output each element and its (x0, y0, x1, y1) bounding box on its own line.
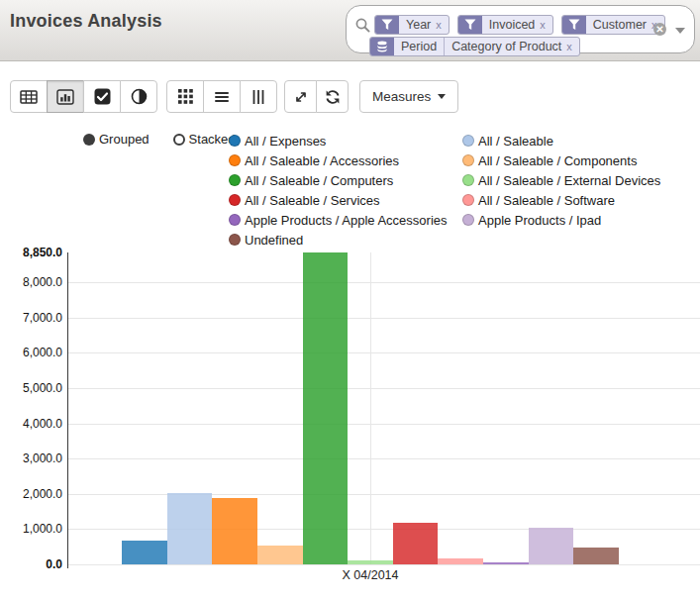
bar[interactable] (257, 546, 303, 564)
bar[interactable] (573, 548, 619, 564)
y-axis-tick-label: 7,000.0 (3, 311, 62, 325)
x-axis-tick-label: X 04/2014 (311, 568, 430, 582)
gridline (67, 494, 700, 495)
gridline (67, 424, 700, 425)
bar[interactable] (393, 523, 439, 564)
bar[interactable] (303, 252, 349, 564)
y-axis-tick-label: 6,000.0 (3, 346, 62, 359)
invoices-analysis-page: Invoices Analysis YearxInvoicedxCustomer… (0, 0, 700, 601)
bar[interactable] (483, 562, 529, 564)
bar[interactable] (167, 493, 213, 564)
gridline (67, 352, 700, 353)
y-axis-tick-label: 8,000.0 (3, 275, 62, 289)
y-axis-tick-label: 0.0 (3, 557, 62, 571)
bar[interactable] (438, 558, 483, 564)
y-axis-tick-label: 1,000.0 (3, 522, 62, 536)
gridline (67, 318, 700, 319)
x-tick-gridline (370, 252, 371, 564)
gridline (67, 529, 700, 530)
gridline (67, 458, 700, 459)
y-axis-line (67, 252, 68, 568)
bar[interactable] (348, 560, 393, 564)
bar[interactable] (529, 528, 574, 564)
bar[interactable] (212, 498, 257, 564)
y-axis-tick-label: 3,000.0 (3, 451, 62, 465)
gridline (67, 564, 700, 565)
y-axis-tick-label: 8,850.0 (3, 246, 62, 259)
bar-chart: X 04/2014 0.01,000.02,000.03,000.04,000.… (0, 0, 700, 601)
gridline (67, 388, 700, 389)
y-axis-tick-label: 4,000.0 (3, 417, 62, 431)
y-axis-tick-label: 2,000.0 (3, 487, 62, 501)
gridline (67, 282, 700, 283)
y-axis-tick-label: 5,000.0 (3, 381, 62, 395)
bar[interactable] (122, 541, 167, 564)
